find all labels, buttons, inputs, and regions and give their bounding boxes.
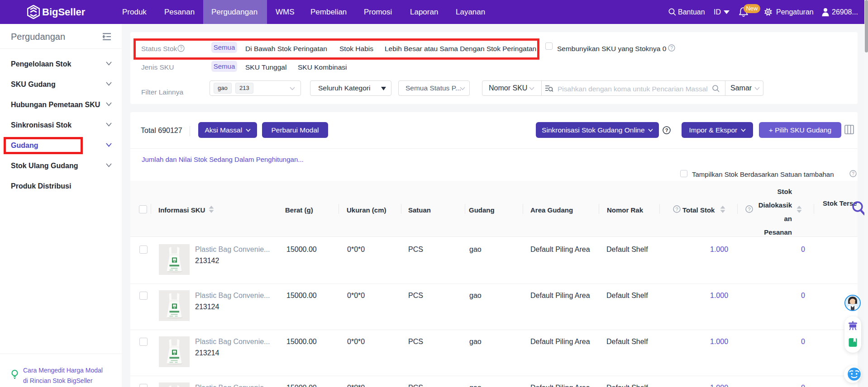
svg-text:?: ? [852,171,854,176]
svg-text:?: ? [180,46,182,51]
svg-text:?: ? [675,207,678,212]
svg-text:?: ? [665,127,668,133]
svg-text:?: ? [670,46,673,51]
